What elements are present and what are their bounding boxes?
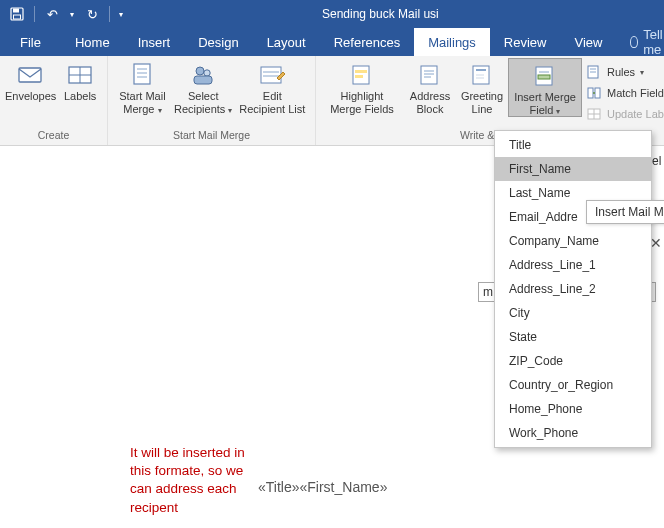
tab-view[interactable]: View <box>560 28 616 56</box>
tooltip: Insert Mail Me <box>586 200 664 224</box>
document-icon <box>128 62 156 88</box>
address-label: Address Block <box>410 90 450 115</box>
menu-item-zip[interactable]: ZIP_Code <box>495 349 651 373</box>
qat-customize[interactable]: ▾ <box>116 3 126 25</box>
match-fields-button[interactable]: Match Fields <box>584 83 664 103</box>
menu-item-country[interactable]: Country_or_Region <box>495 373 651 397</box>
insert-field-icon <box>531 63 559 89</box>
menu-item-work-phone[interactable]: Work_Phone <box>495 421 651 445</box>
svg-rect-35 <box>588 88 593 98</box>
match-fields-label: Match Fields <box>607 87 664 99</box>
menu-item-company[interactable]: Company_Name <box>495 229 651 253</box>
caret-icon: ▾ <box>640 68 644 77</box>
address-icon <box>416 62 444 88</box>
insert-merge-field-label: Insert Merge Field <box>514 91 576 116</box>
separator <box>109 6 110 22</box>
caret-icon: ▾ <box>556 107 560 116</box>
save-button[interactable] <box>6 3 28 25</box>
greeting-icon <box>468 62 496 88</box>
menu-item-city[interactable]: City <box>495 301 651 325</box>
address-block-button[interactable]: Address Block <box>404 58 456 115</box>
edit-recipient-list-label: Edit Recipient List <box>239 90 305 115</box>
title-bar: ↶ ▾ ↻ ▾ Sending buck Mail usi <box>0 0 664 28</box>
rules-icon <box>586 64 602 80</box>
svg-rect-3 <box>19 68 41 82</box>
menu-item-first-name[interactable]: First_Name <box>495 157 651 181</box>
group-start-mail-merge: Start Mail Merge ▾ Select Recipients ▾ E… <box>108 56 316 145</box>
select-recipients-button[interactable]: Select Recipients ▾ <box>173 58 234 115</box>
start-mail-merge-button[interactable]: Start Mail Merge ▾ <box>112 58 173 115</box>
svg-rect-36 <box>595 88 600 98</box>
svg-point-12 <box>204 70 210 76</box>
svg-rect-1 <box>13 9 19 13</box>
dialog-fragment: el <box>652 154 661 168</box>
caret-icon: ▾ <box>228 106 232 115</box>
tab-review[interactable]: Review <box>490 28 561 56</box>
insert-merge-field-menu: Title First_Name Last_Name Email_Addre C… <box>494 130 652 448</box>
labels-button[interactable]: Labels <box>57 58 103 103</box>
undo-button[interactable]: ↶ <box>41 3 63 25</box>
svg-point-11 <box>196 67 204 75</box>
menu-item-addr1[interactable]: Address_Line_1 <box>495 253 651 277</box>
tab-references[interactable]: References <box>320 28 414 56</box>
tell-me[interactable]: Tell me <box>616 28 664 56</box>
separator <box>34 6 35 22</box>
rules-label: Rules <box>607 66 635 78</box>
side-buttons: Rules ▾ Match Fields Update Labels <box>582 58 664 124</box>
group-label: Start Mail Merge <box>112 129 311 145</box>
tab-design[interactable]: Design <box>184 28 252 56</box>
svg-rect-7 <box>134 64 150 84</box>
window-title: Sending buck Mail usi <box>322 7 439 21</box>
update-labels-label: Update Labels <box>607 108 664 120</box>
tab-mailings[interactable]: Mailings <box>414 28 490 56</box>
svg-rect-20 <box>355 75 363 78</box>
rules-button[interactable]: Rules ▾ <box>584 62 664 82</box>
menu-item-state[interactable]: State <box>495 325 651 349</box>
edit-list-icon <box>258 62 286 88</box>
caret-icon: ▾ <box>158 106 162 115</box>
greeting-line-button[interactable]: Greeting Line <box>456 58 508 115</box>
menu-item-home-phone[interactable]: Home_Phone <box>495 397 651 421</box>
update-labels-icon <box>586 106 602 122</box>
tell-me-label: Tell me <box>643 27 664 57</box>
envelope-icon <box>17 62 45 88</box>
undo-caret[interactable]: ▾ <box>67 3 77 25</box>
tab-file[interactable]: File <box>14 28 61 56</box>
ribbon-tabs: File Home Insert Design Layout Reference… <box>0 28 664 56</box>
tab-home[interactable]: Home <box>61 28 124 56</box>
annotation-note: It will be inserted in this formate, so … <box>130 444 245 517</box>
edit-recipient-list-button[interactable]: Edit Recipient List <box>234 58 311 115</box>
svg-rect-13 <box>194 76 212 84</box>
labels-label: Labels <box>64 90 96 103</box>
recipients-icon <box>189 62 217 88</box>
svg-rect-21 <box>421 66 437 84</box>
tab-layout[interactable]: Layout <box>253 28 320 56</box>
group-create: Envelopes Labels Create <box>0 56 108 145</box>
match-icon <box>586 85 602 101</box>
menu-item-addr2[interactable]: Address_Line_2 <box>495 277 651 301</box>
svg-rect-19 <box>355 70 367 73</box>
merge-field-preview: «Title»«First_Name» <box>258 479 387 495</box>
update-labels-button: Update Labels <box>584 104 664 124</box>
labels-icon <box>66 62 94 88</box>
quick-access-toolbar: ↶ ▾ ↻ ▾ <box>0 3 126 25</box>
lightbulb-icon <box>630 36 638 48</box>
insert-merge-field-button[interactable]: Insert Merge Field ▾ <box>508 58 582 117</box>
group-label: Create <box>4 129 103 145</box>
svg-rect-31 <box>538 75 550 79</box>
envelopes-button[interactable]: Envelopes <box>4 58 57 103</box>
tab-insert[interactable]: Insert <box>124 28 185 56</box>
menu-item-title[interactable]: Title <box>495 133 651 157</box>
envelopes-label: Envelopes <box>5 90 56 103</box>
greeting-label: Greeting Line <box>461 90 503 115</box>
highlight-label: Highlight Merge Fields <box>330 90 394 115</box>
select-recipients-label: Select Recipients <box>174 90 225 115</box>
redo-button[interactable]: ↻ <box>81 3 103 25</box>
highlight-merge-fields-button[interactable]: Highlight Merge Fields <box>320 58 404 115</box>
svg-rect-14 <box>261 67 281 83</box>
highlight-icon <box>348 62 376 88</box>
svg-rect-2 <box>14 15 21 19</box>
